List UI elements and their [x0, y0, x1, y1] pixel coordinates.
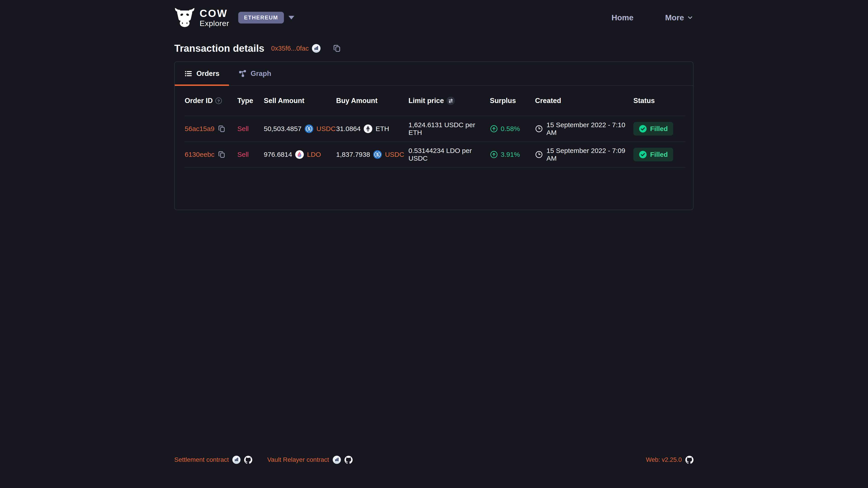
surplus-cell: 0.58%: [490, 125, 535, 133]
order-id-cell: 6130eebc: [185, 151, 237, 159]
settlement-contract-link[interactable]: Settlement contract: [174, 456, 229, 463]
orders-table: Order ID ? Type Sell Amount Buy Amount L…: [185, 86, 685, 168]
nav-home-label: Home: [612, 13, 633, 22]
github-icon[interactable]: [344, 456, 352, 464]
table-row: 6130eebc Sell 976.6814: [185, 141, 685, 167]
created-value: 15 September 2022 - 7:10 AM: [547, 121, 633, 136]
buy-token-link[interactable]: USDC: [385, 151, 404, 158]
svg-text:?: ?: [217, 99, 220, 103]
surplus-up-icon: [490, 151, 498, 159]
col-header-surplus: Surplus: [490, 97, 535, 105]
main-nav: Home More: [612, 13, 693, 22]
created-cell: 15 September 2022 - 7:10 AM: [535, 121, 633, 136]
tab-orders-label: Orders: [196, 70, 219, 78]
sell-token-link[interactable]: LDO: [307, 151, 321, 158]
buy-token-label: ETH: [375, 125, 389, 133]
order-id-link[interactable]: 6130eebc: [185, 151, 215, 158]
footer: Settlement contract Vault Relayer contra…: [174, 452, 693, 467]
settlement-contract-group: Settlement contract: [174, 456, 252, 464]
status-badge: Filled: [633, 122, 673, 135]
vault-relayer-contract-group: Vault Relayer contract: [267, 456, 352, 464]
col-header-status: Status: [633, 97, 685, 105]
tx-hash-text: 0x35f6...0fac: [271, 45, 309, 52]
tx-hash-link[interactable]: 0x35f6...0fac: [271, 44, 320, 53]
type-cell: Sell: [237, 125, 264, 133]
check-circle-icon: [639, 151, 647, 159]
table-header-row: Order ID ? Type Sell Amount Buy Amount L…: [185, 86, 685, 116]
created-cell: 15 September 2022 - 7:09 AM: [535, 147, 633, 162]
etherscan-icon[interactable]: [232, 456, 241, 464]
status-badge: Filled: [633, 148, 673, 161]
order-id-link[interactable]: 56ac15a9: [185, 125, 215, 133]
ldo-token-icon: [295, 150, 304, 159]
list-icon: [184, 70, 192, 78]
sell-amount-header-label: Sell Amount: [264, 97, 305, 105]
network-selector[interactable]: ETHEREUM: [238, 12, 294, 24]
chevron-down-icon: [288, 16, 294, 20]
order-id-cell: 56ac15a9: [185, 125, 237, 133]
nav-item-home[interactable]: Home: [612, 13, 633, 22]
surplus-up-icon: [490, 125, 498, 133]
nav-item-more[interactable]: More: [665, 13, 693, 22]
footer-version-group: Web: v2.25.0: [646, 456, 693, 464]
order-id-header-label: Order ID: [185, 97, 213, 105]
github-icon[interactable]: [685, 456, 693, 464]
created-header-label: Created: [535, 97, 561, 105]
col-header-order-id: Order ID ?: [185, 97, 237, 105]
limit-price-header-label: Limit price: [408, 97, 444, 105]
graph-icon: [239, 70, 247, 78]
etherscan-icon[interactable]: [333, 456, 341, 464]
col-header-limit-price: Limit price: [408, 96, 490, 105]
type-header-label: Type: [237, 97, 253, 105]
svg-text:$: $: [376, 152, 379, 157]
limit-price-cell: 0.53144234 LDO per USDC: [408, 147, 490, 162]
order-type-label: Sell: [237, 125, 249, 133]
copy-icon[interactable]: [333, 44, 341, 53]
svg-text:$: $: [308, 126, 310, 131]
etherscan-icon[interactable]: [312, 44, 320, 53]
order-type-label: Sell: [237, 151, 249, 158]
sell-token-link[interactable]: USDC: [316, 125, 336, 133]
sell-amount-cell: 50,503.4857 $ USDC: [264, 125, 336, 133]
nav-more-label: More: [665, 13, 684, 22]
copy-icon[interactable]: [218, 125, 226, 133]
title-row: Transaction details 0x35f6...0fac: [174, 41, 341, 55]
col-header-created: Created: [535, 97, 633, 105]
logo-brand-text: COW: [199, 8, 229, 19]
vault-relayer-contract-link[interactable]: Vault Relayer contract: [267, 456, 329, 463]
usdc-token-icon: $: [373, 150, 382, 159]
buy-amount-value: 31.0864: [336, 125, 361, 133]
orders-card: Orders Graph Order ID ? Type: [174, 61, 693, 210]
limit-price-cell: 1,624.6131 USDC per ETH: [408, 121, 490, 136]
help-icon[interactable]: ?: [215, 97, 222, 104]
buy-amount-value: 1,837.7938: [336, 151, 370, 158]
web-version-link[interactable]: Web: v2.25.0: [646, 456, 682, 463]
buy-amount-cell: 31.0864 ETH: [336, 125, 408, 133]
limit-price-value: 0.53144234 LDO per USDC: [408, 147, 490, 162]
created-value: 15 September 2022 - 7:09 AM: [547, 147, 633, 162]
status-cell: Filled: [633, 148, 685, 161]
tab-bar: Orders Graph: [175, 62, 693, 86]
status-label: Filled: [650, 125, 668, 133]
type-cell: Sell: [237, 151, 264, 158]
status-label: Filled: [650, 151, 668, 158]
swap-price-units-icon[interactable]: [446, 96, 455, 105]
col-header-buy-amount: Buy Amount: [336, 97, 408, 105]
copy-icon[interactable]: [218, 151, 226, 159]
sell-amount-cell: 976.6814 LDO: [264, 150, 336, 159]
cow-icon: [174, 8, 195, 28]
tab-orders[interactable]: Orders: [175, 62, 229, 86]
eth-token-icon: [364, 125, 372, 133]
surplus-cell: 3.91%: [490, 151, 535, 159]
network-badge[interactable]: ETHEREUM: [238, 12, 284, 24]
surplus-header-label: Surplus: [490, 97, 516, 105]
buy-amount-cell: 1,837.7938 $ USDC: [336, 150, 408, 159]
tab-graph-label: Graph: [251, 70, 271, 78]
status-cell: Filled: [633, 122, 685, 135]
logo-sub-text: Explorer: [199, 20, 229, 27]
tab-graph[interactable]: Graph: [229, 62, 281, 86]
github-icon[interactable]: [244, 456, 252, 464]
cow-explorer-logo[interactable]: COW Explorer: [174, 8, 229, 28]
buy-amount-header-label: Buy Amount: [336, 97, 377, 105]
page-title: Transaction details: [174, 43, 265, 54]
